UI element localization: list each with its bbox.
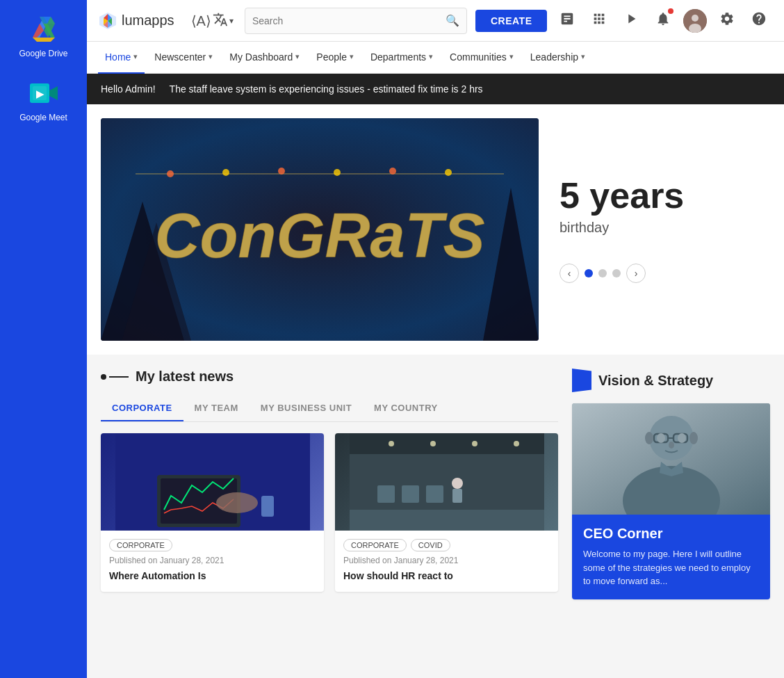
nav-departments-label: Departments bbox=[370, 51, 426, 63]
news-tag-covid: COVID bbox=[411, 539, 450, 551]
svg-rect-49 bbox=[426, 485, 443, 503]
svg-rect-39 bbox=[261, 496, 274, 517]
vision-card[interactable]: CEO Corner Welcome to my page. Here I wi… bbox=[572, 403, 770, 599]
news-card-2-tags: CORPORATE COVID bbox=[343, 539, 550, 551]
tab-myteam[interactable]: MY TEAM bbox=[183, 396, 250, 421]
news-card-1[interactable]: CORPORATE Published on January 28, 2021 … bbox=[101, 433, 324, 592]
sidebar-item-gmeet[interactable]: ▶ Google Meet bbox=[0, 71, 87, 128]
nav-newscenter-chevron: ▾ bbox=[209, 52, 213, 61]
news-tabs: CORPORATE MY TEAM MY BUSINESS UNIT MY CO… bbox=[101, 396, 558, 422]
tab-mybunit[interactable]: MY BUSINESS UNIT bbox=[250, 396, 363, 421]
hero-image: ConGRaTS ConGRaTS bbox=[101, 118, 539, 341]
airport-image bbox=[350, 433, 544, 531]
nav-item-departments[interactable]: Departments ▾ bbox=[364, 42, 440, 74]
finance-chart-image bbox=[115, 433, 310, 531]
logo: lumapps bbox=[98, 11, 174, 31]
play-icon bbox=[623, 11, 639, 30]
svg-point-62 bbox=[669, 442, 674, 449]
svg-point-45 bbox=[514, 441, 519, 446]
gdrive-label: Google Drive bbox=[19, 49, 67, 58]
sidebar: Google Drive ▶ Google Meet bbox=[0, 0, 87, 678]
content-area: ConGRaTS ConGRaTS 5 years birthday ‹ › bbox=[87, 104, 784, 678]
congrats-image: ConGRaTS ConGRaTS bbox=[101, 118, 539, 341]
nav-item-home[interactable]: Home ▾ bbox=[98, 42, 145, 74]
bell-icon bbox=[655, 11, 671, 30]
notifications-button[interactable] bbox=[651, 7, 675, 34]
news-section-header: My latest news bbox=[101, 369, 558, 385]
pages-icon bbox=[560, 11, 575, 30]
gmeet-icon: ▶ bbox=[27, 76, 60, 110]
news-card-2-image bbox=[335, 433, 558, 531]
news-cards: CORPORATE Published on January 28, 2021 … bbox=[101, 433, 558, 592]
create-button[interactable]: CREATE bbox=[475, 10, 548, 32]
carousel-dot-3[interactable] bbox=[612, 269, 621, 277]
svg-point-43 bbox=[430, 441, 436, 446]
news-card-1-body: CORPORATE Published on January 28, 2021 … bbox=[101, 531, 324, 592]
news-card-2-body: CORPORATE COVID Published on January 28,… bbox=[335, 531, 558, 592]
carousel-next-button[interactable]: › bbox=[626, 264, 646, 283]
sidebar-item-gdrive[interactable]: Google Drive bbox=[0, 7, 87, 64]
news-card-2-date: Published on January 28, 2021 bbox=[343, 556, 550, 565]
svg-point-31 bbox=[389, 168, 396, 175]
svg-point-29 bbox=[278, 168, 285, 175]
announcement-bar: Hello Admin! The staff leave system is e… bbox=[87, 74, 784, 104]
nav-departments-chevron: ▾ bbox=[429, 52, 433, 61]
news-card-1-tags: CORPORATE bbox=[109, 539, 316, 551]
svg-point-27 bbox=[167, 170, 174, 177]
news-card-1-headline: Where Automation Is bbox=[109, 570, 316, 583]
news-icon-dot bbox=[101, 374, 106, 380]
nav-communities-chevron: ▾ bbox=[509, 52, 514, 61]
carousel-prev-button[interactable]: ‹ bbox=[560, 264, 579, 283]
vision-card-image bbox=[572, 403, 770, 515]
tab-mycountry[interactable]: MY COUNTRY bbox=[363, 396, 449, 421]
svg-point-60 bbox=[657, 433, 665, 443]
news-section-title: My latest news bbox=[136, 369, 234, 385]
svg-point-28 bbox=[222, 169, 229, 176]
vision-card-body: CEO Corner Welcome to my page. Here I wi… bbox=[572, 515, 770, 599]
pages-icon-button[interactable] bbox=[555, 7, 579, 34]
logo-text: lumapps bbox=[122, 13, 174, 29]
svg-marker-3 bbox=[33, 38, 55, 42]
nav-item-mydashboard[interactable]: My Dashboard ▾ bbox=[222, 42, 307, 74]
nav-mydashboard-chevron: ▾ bbox=[295, 52, 300, 61]
svg-point-38 bbox=[216, 492, 258, 513]
svg-text:ConGRaTS: ConGRaTS bbox=[154, 201, 484, 271]
nav-item-leadership[interactable]: Leadership ▾ bbox=[523, 42, 592, 74]
svg-point-50 bbox=[452, 478, 463, 489]
svg-rect-47 bbox=[377, 485, 395, 503]
gdrive-icon bbox=[27, 13, 60, 46]
carousel-dot-2[interactable] bbox=[598, 269, 607, 277]
nav-people-label: People bbox=[316, 51, 347, 63]
nav-item-newscenter[interactable]: Newscenter ▾ bbox=[147, 42, 220, 74]
nav-communities-label: Communities bbox=[450, 51, 507, 63]
help-icon bbox=[751, 11, 767, 30]
svg-marker-8 bbox=[49, 86, 58, 100]
search-box[interactable]: 🔍 bbox=[245, 8, 467, 34]
settings-button[interactable] bbox=[715, 7, 739, 34]
search-icon[interactable]: 🔍 bbox=[446, 14, 459, 27]
user-avatar[interactable] bbox=[683, 9, 707, 33]
grid-icon bbox=[591, 11, 607, 30]
svg-rect-48 bbox=[402, 485, 419, 503]
svg-point-44 bbox=[472, 441, 477, 446]
nav-item-communities[interactable]: Communities ▾ bbox=[443, 42, 521, 74]
hero-section: ConGRaTS ConGRaTS 5 years birthday ‹ › bbox=[87, 104, 784, 355]
nav-leadership-label: Leadership bbox=[530, 51, 578, 63]
carousel-dot-1[interactable] bbox=[585, 269, 593, 277]
nav-item-people[interactable]: People ▾ bbox=[309, 42, 361, 74]
vision-card-title: CEO Corner bbox=[583, 526, 759, 542]
gmeet-label: Google Meet bbox=[19, 113, 67, 122]
play-icon-button[interactable] bbox=[619, 7, 643, 34]
news-section-icon bbox=[101, 374, 129, 380]
news-panel: My latest news CORPORATE MY TEAM MY BUSI… bbox=[101, 369, 558, 664]
nav-newscenter-label: Newscenter bbox=[154, 51, 206, 63]
grid-icon-button[interactable] bbox=[587, 7, 611, 34]
help-button[interactable] bbox=[747, 7, 771, 34]
news-tag-corporate-1: CORPORATE bbox=[109, 539, 172, 551]
navbar: Home ▾ Newscenter ▾ My Dashboard ▾ Peopl… bbox=[87, 42, 784, 74]
news-card-2[interactable]: CORPORATE COVID Published on January 28,… bbox=[335, 433, 558, 592]
search-input[interactable] bbox=[252, 15, 446, 26]
tab-corporate[interactable]: CORPORATE bbox=[101, 396, 183, 421]
lang-chevron-icon: ▾ bbox=[229, 16, 234, 26]
language-button[interactable]: ⟨A⟩ ▾ bbox=[188, 9, 236, 32]
